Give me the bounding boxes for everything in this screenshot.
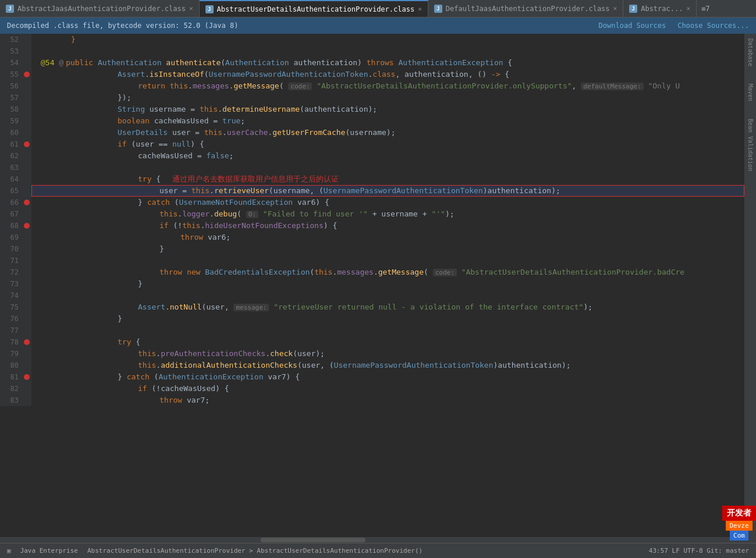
debug-gutter-cell <box>22 45 31 57</box>
tab-close-1[interactable]: ✕ <box>189 5 193 12</box>
gutter-row: 65 <box>0 185 31 197</box>
code-line: try {通过用户名去数据库获取用户信息用于之后的认证 <box>31 173 744 185</box>
line-number: 76 <box>0 313 22 325</box>
tab-abstract-user[interactable]: J AbstractUserDetailsAuthenticationProvi… <box>200 0 428 17</box>
gutter-row: 63 <box>0 162 31 173</box>
code-line: throw new BadCredentialsException(this.m… <box>31 266 744 278</box>
code-line: if (!cacheWasUsed) { <box>31 383 744 394</box>
gutter-row: 64 <box>0 173 31 185</box>
breakpoint-marker[interactable] <box>24 200 30 205</box>
tab-close-2[interactable]: ✕ <box>418 5 422 13</box>
code-line <box>31 45 744 57</box>
watermark: 开发者 Devze Com <box>722 506 756 541</box>
code-line: UserDetails user = this.userCache.getUse… <box>31 127 744 138</box>
gutter-row: 79 <box>0 348 31 360</box>
breakpoint-marker[interactable] <box>24 72 30 77</box>
line-number: 69 <box>0 232 22 243</box>
tab-close-3[interactable]: ✕ <box>613 5 617 12</box>
debug-gutter-cell <box>22 301 31 313</box>
breakpoint-marker[interactable] <box>24 223 30 229</box>
line-number: 71 <box>0 255 22 266</box>
java-enterprise-label: Java Enterprise <box>20 547 78 555</box>
debug-gutter-cell <box>22 336 31 348</box>
gutter-row: 73 <box>0 278 31 290</box>
line-number: 68 <box>0 220 22 232</box>
gutter-row: 74 <box>0 290 31 301</box>
code-editor[interactable]: }@54 @public Authentication authenticate… <box>31 34 744 537</box>
code-line: } catch (AuthenticationException var7) { <box>31 371 744 383</box>
panel-bean-validation[interactable]: Bean Validation <box>746 116 755 173</box>
gutter-row: 66 <box>0 197 31 208</box>
line-number: 56 <box>0 80 22 92</box>
gutter-row: 70 <box>0 243 31 255</box>
code-line: throw var7; <box>31 394 744 406</box>
gutter-row: 62 <box>0 150 31 162</box>
breakpoint-marker[interactable] <box>24 141 30 147</box>
code-line: @54 @public Authentication authenticate(… <box>31 57 744 69</box>
code-line: cacheWasUsed = false; <box>31 150 744 162</box>
debug-gutter-cell <box>22 173 31 185</box>
gutter-row: 76 <box>0 313 31 325</box>
code-line <box>31 255 744 266</box>
line-number: 57 <box>0 92 22 104</box>
breakpoint-marker[interactable] <box>24 339 30 345</box>
debug-gutter-cell <box>22 255 31 266</box>
tab-icon-1: J <box>6 5 14 13</box>
debug-gutter-cell <box>22 243 31 255</box>
panel-database[interactable]: Database <box>746 36 755 69</box>
code-line: Assert.isInstanceOf(UsernamePasswordAuth… <box>31 69 744 80</box>
debug-gutter-cell <box>22 150 31 162</box>
tab-icon-3: J <box>434 5 442 13</box>
watermark-developer: 开发者 <box>722 506 756 521</box>
line-number: 60 <box>0 127 22 138</box>
line-number: 54 <box>0 57 22 69</box>
line-number: 55 <box>0 69 22 80</box>
tab-close-4[interactable]: ✕ <box>686 5 690 12</box>
code-line: } catch (UsernameNotFoundException var6)… <box>31 197 744 208</box>
line-number: 65 <box>0 185 22 197</box>
main-area: 5253545556575859606162636465666768697071… <box>0 34 756 543</box>
choose-sources-link[interactable]: Choose Sources... <box>677 22 749 30</box>
breakpoint-marker[interactable] <box>24 374 30 380</box>
gutter-row: 75 <box>0 301 31 313</box>
debug-gutter-cell <box>22 313 31 325</box>
tab-icon-2: J <box>205 5 214 13</box>
tab-label-4: Abstrac... <box>641 5 683 13</box>
gutter-row: 77 <box>0 325 31 336</box>
breadcrumb: AbstractUserDetailsAuthenticationProvide… <box>87 547 423 555</box>
watermark-com: Com <box>730 531 748 541</box>
tab-overflow[interactable]: ≡7 <box>697 5 714 13</box>
gutter-row: 71 <box>0 255 31 266</box>
code-line: String username = this.determineUsername… <box>31 104 744 115</box>
download-sources-link[interactable]: Download Sources <box>599 22 666 30</box>
debug-gutter-cell <box>22 266 31 278</box>
line-number: 61 <box>0 138 22 150</box>
watermark-devze: Devze <box>726 521 752 531</box>
line-number: 81 <box>0 371 22 383</box>
line-number: 53 <box>0 45 22 57</box>
debug-gutter-cell <box>22 278 31 290</box>
debug-gutter-cell <box>22 92 31 104</box>
debug-gutter-cell <box>22 232 31 243</box>
line-number: 66 <box>0 197 22 208</box>
tab-label-3: DefaultJaasAuthenticationProvider.class <box>446 5 610 13</box>
line-number: 72 <box>0 266 22 278</box>
line-number: 75 <box>0 301 22 313</box>
status-bar: ▣ Java Enterprise AbstractUserDetailsAut… <box>0 543 756 558</box>
tab-default-jaas[interactable]: J DefaultJaasAuthenticationProvider.clas… <box>428 0 623 17</box>
gutter-row: 81 <box>0 371 31 383</box>
panel-maven[interactable]: Maven <box>746 81 755 104</box>
tab-label-1: AbstractJaasAuthenticationProvider.class <box>17 5 186 13</box>
line-number: 70 <box>0 243 22 255</box>
tab-abstract2[interactable]: J Abstrac... ✕ <box>623 0 697 17</box>
line-number: 58 <box>0 104 22 115</box>
debug-gutter-cell <box>22 394 31 406</box>
debug-gutter-cell <box>22 34 31 45</box>
gutter-row: 68 <box>0 220 31 232</box>
status-left: ▣ Java Enterprise AbstractUserDetailsAut… <box>7 547 423 555</box>
debug-gutter-cell <box>22 371 31 383</box>
code-line: boolean cacheWasUsed = true; <box>31 115 744 127</box>
code-line: throw var6; <box>31 232 744 243</box>
tab-jaas-auth[interactable]: J AbstractJaasAuthenticationProvider.cla… <box>0 0 200 17</box>
line-number: 73 <box>0 278 22 290</box>
